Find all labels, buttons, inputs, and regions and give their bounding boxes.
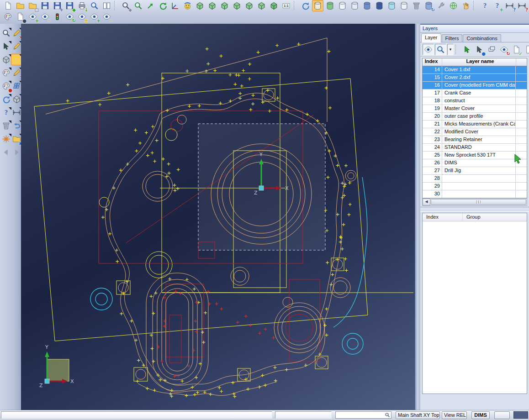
layer-row[interactable]: 14Cover 1.dxf	[423, 66, 527, 74]
layer-row[interactable]: 17Crank Case	[423, 89, 527, 97]
layer-visibility-button[interactable]	[423, 44, 434, 55]
cad-drawing[interactable]: Y X Z Y X Z	[21, 24, 415, 410]
options-tools-button[interactable]	[435, 0, 447, 11]
shading-shaded-edges-button[interactable]	[374, 0, 385, 11]
query-info-button[interactable]	[0, 107, 12, 118]
scroll-left-arrow-icon[interactable]: ◀	[423, 199, 430, 205]
shading-transparent-button[interactable]	[386, 0, 397, 11]
back-button[interactable]	[0, 147, 12, 158]
layer-row[interactable]: 28	[423, 175, 527, 183]
web-options-button[interactable]	[448, 0, 459, 11]
snap-settings-button[interactable]	[460, 0, 471, 11]
layer-row[interactable]: 16Cover (modelled From CMM dat	[423, 82, 527, 89]
show-entities-button[interactable]: +	[27, 11, 38, 22]
search-input[interactable]	[336, 412, 385, 418]
layer-row[interactable]: 18construct	[423, 97, 527, 105]
select-elements-button[interactable]	[0, 41, 12, 52]
zoom-window-button[interactable]	[0, 27, 12, 39]
column-index[interactable]: Index	[423, 58, 442, 66]
layer-row[interactable]: 27Drill Jig	[423, 167, 527, 175]
column-group-index[interactable]: Index	[423, 213, 463, 221]
color-palette-button[interactable]	[0, 67, 12, 79]
shading-current-button[interactable]	[312, 0, 323, 11]
help-button[interactable]	[479, 0, 491, 11]
import-print-button[interactable]: ↓	[76, 0, 88, 11]
zoom-3d-button[interactable]: ◆	[120, 0, 132, 11]
pan-button[interactable]	[145, 0, 156, 11]
regenerate-button[interactable]	[157, 0, 169, 11]
repaint-all-button[interactable]	[2, 11, 14, 22]
open-document-button[interactable]: ▢	[27, 0, 38, 11]
shading-mesh-button[interactable]	[324, 0, 336, 11]
view-rel-button[interactable]: View REL	[442, 411, 467, 419]
select-on-layer-button[interactable]	[461, 44, 473, 55]
measure-distance-button[interactable]: ?	[504, 0, 515, 11]
query-point-button[interactable]: +	[492, 0, 503, 11]
wireframe-tools-button[interactable]	[0, 133, 12, 145]
delete-button[interactable]	[411, 0, 422, 11]
prompt-field[interactable]	[275, 411, 332, 419]
delete-entities-button[interactable]	[0, 120, 12, 131]
zoom-selection-button[interactable]	[132, 0, 144, 11]
split-window-button[interactable]	[101, 0, 112, 11]
toggle-visibility-button[interactable]: ±	[76, 11, 88, 22]
view-iso-4-button[interactable]	[231, 0, 243, 11]
layer-row[interactable]: 19Master Cover	[423, 105, 527, 113]
layer-list-button[interactable]: ≡	[523, 44, 529, 55]
layer-row[interactable]: 20outer case profile	[423, 113, 527, 121]
tab-filters[interactable]: Filters	[442, 34, 463, 42]
layer-row[interactable]: 22Modified Cover	[423, 128, 527, 136]
tab-combinations[interactable]: Combinations	[463, 34, 501, 42]
refresh-visibility-button[interactable]: ↻	[64, 11, 75, 22]
hide-all-button[interactable]: −	[101, 11, 112, 22]
layer-row[interactable]: 30	[423, 190, 527, 198]
hide-entities-button[interactable]: −	[39, 11, 51, 22]
view-iso-1-button[interactable]	[194, 0, 206, 11]
render-options-button[interactable]	[182, 0, 193, 11]
layer-table-hscrollbar[interactable]: ◀	[422, 199, 527, 206]
save-all-button[interactable]: +	[52, 0, 63, 11]
dims-button[interactable]: DIMS	[471, 411, 490, 419]
shading-flat-button[interactable]	[398, 0, 410, 11]
search-box[interactable]	[335, 411, 391, 419]
view-iso-5-button[interactable]	[243, 0, 255, 11]
view-solid-button[interactable]	[0, 54, 12, 65]
purge-button[interactable]: ↻	[423, 0, 434, 11]
layer-row[interactable]: 21Micks Measurements (Crank Ca	[423, 121, 527, 128]
save-button[interactable]	[39, 0, 51, 11]
tab-layer[interactable]: Layer	[421, 33, 441, 42]
display-document-button[interactable]: ●	[15, 11, 26, 22]
shading-shaded-button[interactable]	[361, 0, 373, 11]
layer-row[interactable]: 26DIMS	[423, 159, 527, 167]
layer-row[interactable]: 15Cover 2.dxf	[423, 74, 527, 82]
measure-angle-button[interactable]: ?	[516, 0, 528, 11]
shading-hidden-line-button[interactable]	[349, 0, 360, 11]
layer-row[interactable]: 29	[423, 183, 527, 190]
layer-row[interactable]: 24STANDARD	[423, 144, 527, 152]
preview-button[interactable]	[89, 0, 100, 11]
layer-zoom-options-button[interactable]: ▾	[447, 44, 454, 55]
update-visibility-button[interactable]: ↻	[498, 44, 510, 55]
paint-entities-button[interactable]: ●	[0, 80, 12, 92]
scale-1-1-button[interactable]	[280, 0, 292, 11]
layer-row[interactable]: 23Bearing Retainer	[423, 136, 527, 144]
layer-zoom-button[interactable]	[435, 44, 446, 55]
refresh-view-button[interactable]	[300, 0, 311, 11]
scrollbar-thumb[interactable]	[431, 199, 526, 205]
save-model-button[interactable]: ◆	[64, 0, 75, 11]
view-iso-3-button[interactable]	[219, 0, 230, 11]
column-extra[interactable]	[516, 58, 527, 66]
view-shaded-button[interactable]	[268, 0, 280, 11]
layer-report-button[interactable]: ✓	[511, 44, 522, 55]
layer-row[interactable]: 25New Sprocket 530 17T	[423, 152, 527, 159]
refresh-display-button[interactable]	[0, 94, 12, 105]
show-all-button[interactable]: +	[89, 11, 100, 22]
view-iso-6-button[interactable]	[256, 0, 267, 11]
move-to-layer-button[interactable]	[486, 44, 497, 55]
coordinate-system-button[interactable]	[169, 0, 181, 11]
shading-wireframe-button[interactable]	[337, 0, 348, 11]
graphics-viewport[interactable]: Y X Z Y X Z	[21, 24, 415, 410]
open-button[interactable]	[15, 0, 26, 11]
view-iso-2-button[interactable]	[206, 0, 218, 11]
message-field[interactable]	[1, 411, 272, 419]
